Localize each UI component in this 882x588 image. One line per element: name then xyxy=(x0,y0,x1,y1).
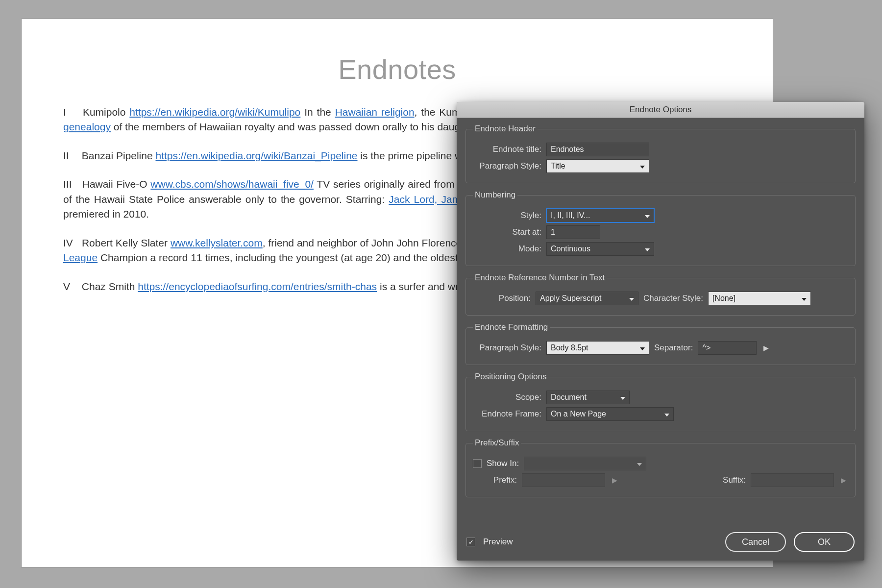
numbering-style-select[interactable]: I, II, III, IV... xyxy=(546,209,654,222)
endnote-number: II xyxy=(63,148,79,163)
suffix-input[interactable] xyxy=(751,473,834,487)
position-label: Position: xyxy=(473,294,531,303)
endnote-text: of the members of Hawaiian royalty and w… xyxy=(111,121,480,132)
start-at-input[interactable] xyxy=(546,225,600,239)
flyout-arrow-icon[interactable]: ▶ xyxy=(839,476,848,484)
endnote-number: V xyxy=(63,279,79,294)
group-label: Endnote Reference Number in Text xyxy=(473,273,607,283)
endnote-formatting-group: Endnote Formatting Paragraph Style: Body… xyxy=(466,322,856,365)
scope-label: Scope: xyxy=(473,392,541,402)
mode-select[interactable]: Continuous xyxy=(546,242,654,256)
endnote-text: Robert Kelly Slater xyxy=(82,237,171,248)
endnote-link[interactable]: https://encyclopediaofsurfing.com/entrie… xyxy=(138,281,377,292)
scope-select[interactable]: Document xyxy=(546,391,630,404)
dialog-title: Endnote Options xyxy=(457,102,864,118)
endnote-title-label: Endnote title: xyxy=(473,145,541,154)
endnote-link[interactable]: Hawaiian religion xyxy=(335,106,415,118)
chevron-down-icon xyxy=(645,211,650,220)
endnote-frame-select[interactable]: On a New Page xyxy=(546,407,674,421)
chevron-down-icon xyxy=(645,245,650,253)
endnote-text: Chaz Smith xyxy=(82,281,138,292)
position-select[interactable]: Apply Superscript xyxy=(536,292,638,305)
prefix-label: Prefix: xyxy=(473,475,517,485)
numbering-style-label: Style: xyxy=(473,211,541,220)
endnote-number: I xyxy=(63,105,79,120)
chevron-down-icon xyxy=(620,393,625,402)
dialog-body: Endnote Header Endnote title: Paragraph … xyxy=(457,118,864,527)
endnote-text: Hawaii Five-O xyxy=(82,178,151,190)
reference-number-group: Endnote Reference Number in Text Positio… xyxy=(466,273,856,316)
separator-label: Separator: xyxy=(654,343,693,353)
endnote-frame-label: Endnote Frame: xyxy=(473,409,541,419)
flyout-arrow-icon[interactable]: ▶ xyxy=(610,476,619,484)
show-in-label: Show In: xyxy=(487,459,519,468)
chevron-down-icon xyxy=(640,162,645,171)
endnote-text: Kumipolo xyxy=(83,106,129,118)
numbering-group: Numbering Style: I, II, III, IV... Start… xyxy=(466,190,856,266)
character-style-label: Character Style: xyxy=(643,294,703,303)
endnote-number: III xyxy=(63,177,79,192)
group-label: Endnote Formatting xyxy=(473,322,550,332)
chevron-down-icon xyxy=(640,343,645,352)
chevron-down-icon xyxy=(664,410,669,418)
endnote-text: In the xyxy=(300,106,335,118)
chevron-down-icon xyxy=(637,459,642,468)
chevron-down-icon xyxy=(802,294,807,303)
select-value: On a New Page xyxy=(551,410,606,418)
show-in-checkbox[interactable] xyxy=(473,459,482,468)
select-value: Document xyxy=(551,393,587,402)
preview-checkbox[interactable] xyxy=(466,538,475,546)
select-value: Apply Superscript xyxy=(540,294,601,303)
suffix-label: Suffix: xyxy=(723,475,746,485)
separator-input[interactable] xyxy=(698,341,757,355)
cancel-button[interactable]: Cancel xyxy=(725,532,786,552)
select-value: Body 8.5pt xyxy=(551,343,588,352)
endnote-link[interactable]: https://en.wikipedia.org/wiki/Kumulipo xyxy=(129,106,300,118)
endnote-link[interactable]: https://en.wikipedia.org/wiki/Banzai_Pip… xyxy=(155,150,357,161)
flyout-arrow-icon[interactable]: ▶ xyxy=(761,344,771,352)
page-title: Endnotes xyxy=(63,53,731,85)
preview-label: Preview xyxy=(483,537,513,547)
endnote-number: IV xyxy=(63,236,79,250)
character-style-select[interactable]: [None] xyxy=(708,292,811,305)
mode-label: Mode: xyxy=(473,244,541,254)
endnote-link[interactable]: www.kellyslater.com xyxy=(171,237,263,248)
group-label: Positioning Options xyxy=(473,372,548,382)
select-value: [None] xyxy=(712,294,735,303)
dialog-footer: Preview Cancel OK xyxy=(457,527,864,561)
paragraph-style-label: Paragraph Style: xyxy=(473,161,541,171)
prefix-input[interactable] xyxy=(522,473,605,487)
group-label: Endnote Header xyxy=(473,124,538,134)
show-in-select[interactable] xyxy=(524,457,646,470)
prefix-suffix-group: Prefix/Suffix Show In: Prefix: ▶ Suffix:… xyxy=(466,438,856,497)
endnote-link[interactable]: genealogy xyxy=(63,121,111,132)
select-value: Title xyxy=(551,162,565,171)
chevron-down-icon xyxy=(629,294,634,303)
start-at-label: Start at: xyxy=(473,227,541,237)
positioning-group: Positioning Options Scope: Document Endn… xyxy=(466,372,856,431)
endnote-header-group: Endnote Header Endnote title: Paragraph … xyxy=(466,124,856,183)
endnote-options-dialog: Endnote Options Endnote Header Endnote t… xyxy=(457,102,864,561)
paragraph-style-select[interactable]: Title xyxy=(546,159,649,173)
formatting-pstyle-label: Paragraph Style: xyxy=(473,343,541,353)
formatting-pstyle-select[interactable]: Body 8.5pt xyxy=(546,341,649,355)
endnote-text: Banzai Pipeline xyxy=(82,150,156,161)
ok-button[interactable]: OK xyxy=(794,532,855,552)
endnote-title-input[interactable] xyxy=(546,143,649,156)
group-label: Prefix/Suffix xyxy=(473,438,521,448)
endnote-link[interactable]: www.cbs.com/shows/hawaii_five_0/ xyxy=(150,178,314,190)
group-label: Numbering xyxy=(473,190,517,200)
select-value: Continuous xyxy=(551,245,590,253)
select-value: I, II, III, IV... xyxy=(551,211,590,220)
